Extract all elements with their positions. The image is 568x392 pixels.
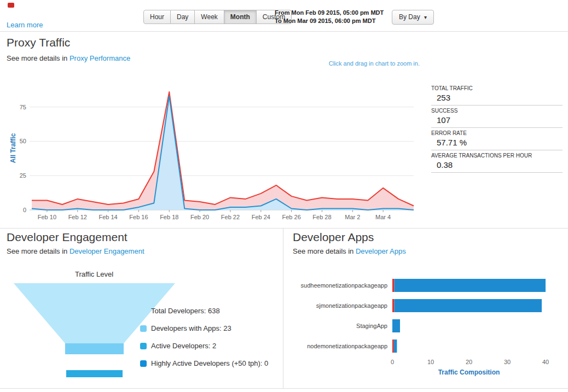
legend-item[interactable]: Total Developers: 638 bbox=[140, 307, 268, 315]
date-range: From Mon Feb 09 2015, 05:00 pm MDT To Mo… bbox=[275, 9, 384, 25]
svg-text:All Traffic: All Traffic bbox=[9, 133, 17, 163]
svg-text:10: 10 bbox=[427, 359, 434, 365]
svg-text:Mar 4: Mar 4 bbox=[375, 214, 391, 220]
svg-text:nodemonetizationpackageapp: nodemonetizationpackageapp bbox=[307, 343, 387, 349]
apps-details-line: See more details in Developer Apps bbox=[293, 247, 406, 255]
engagement-details-prefix: See more details in bbox=[7, 247, 67, 255]
stat-value: 107 bbox=[431, 115, 563, 125]
svg-text:Feb 16: Feb 16 bbox=[129, 214, 148, 220]
stat-label: SUCCESS bbox=[431, 108, 563, 114]
stat-row-error-rate: ERROR RATE 57.71 % bbox=[431, 128, 563, 150]
video-icon bbox=[8, 3, 14, 8]
svg-text:Mar 2: Mar 2 bbox=[345, 214, 360, 220]
developer-apps-chart[interactable]: sudheemonetizationpackageappsjmonetizati… bbox=[285, 273, 565, 378]
legend-chip bbox=[140, 360, 147, 367]
legend-label: Highly Active Developers (+50 tph): 0 bbox=[151, 359, 268, 367]
stat-label: AVERAGE TRANSACTIONS PER HOUR bbox=[431, 153, 563, 159]
legend-label: Developers with Apps: 23 bbox=[151, 324, 231, 332]
svg-text:sudheemonetizationpackageapp: sudheemonetizationpackageapp bbox=[301, 282, 387, 289]
date-range-from: From Mon Feb 09 2015, 05:00 pm MDT bbox=[275, 9, 384, 17]
stat-label: TOTAL TRAFFIC bbox=[431, 85, 563, 91]
svg-text:30: 30 bbox=[504, 359, 511, 365]
stat-label: ERROR RATE bbox=[431, 130, 563, 136]
svg-text:75: 75 bbox=[20, 104, 26, 110]
legend-chip bbox=[140, 343, 147, 349]
legend-label: Total Developers: 638 bbox=[151, 307, 220, 315]
svg-text:Feb 12: Feb 12 bbox=[68, 214, 87, 220]
legend-label: Active Developers: 2 bbox=[151, 342, 216, 350]
proxy-traffic-title: Proxy Traffic bbox=[7, 36, 70, 49]
stat-value: 57.71 % bbox=[431, 138, 563, 147]
group-by-dropdown[interactable]: By Day ▾ bbox=[392, 10, 434, 25]
svg-text:Feb 28: Feb 28 bbox=[312, 214, 331, 220]
proxy-stats-panel: TOTAL TRAFFIC 253 SUCCESS 107 ERROR RATE… bbox=[431, 83, 563, 173]
section-divider bbox=[0, 228, 568, 229]
svg-text:0: 0 bbox=[23, 207, 26, 213]
legend-item[interactable]: Highly Active Developers (+50 tph): 0 bbox=[140, 359, 268, 367]
time-range-button-group: Hour Day Week Month Custom bbox=[143, 10, 292, 24]
svg-text:sjmonetizationpackageapp: sjmonetizationpackageapp bbox=[316, 302, 387, 309]
date-range-to: To Mon Mar 09 2015, 06:00 pm MDT bbox=[275, 17, 384, 25]
svg-text:Feb 18: Feb 18 bbox=[160, 214, 178, 220]
stat-row-avg-tph: AVERAGE TRANSACTIONS PER HOUR 0.38 bbox=[431, 150, 563, 173]
column-divider bbox=[283, 228, 283, 388]
legend-item[interactable]: Active Developers: 2 bbox=[140, 342, 268, 350]
caret-down-icon: ▾ bbox=[424, 14, 427, 20]
range-button-month[interactable]: Month bbox=[224, 10, 257, 24]
svg-text:Feb 26: Feb 26 bbox=[282, 214, 301, 220]
svg-text:Feb 14: Feb 14 bbox=[98, 214, 117, 220]
proxy-details-line: See more details in Proxy Performance bbox=[7, 54, 130, 62]
svg-text:Feb 24: Feb 24 bbox=[252, 214, 270, 220]
proxy-performance-link[interactable]: Proxy Performance bbox=[69, 54, 130, 62]
svg-text:Feb 10: Feb 10 bbox=[38, 214, 56, 220]
svg-text:Feb 22: Feb 22 bbox=[221, 214, 240, 220]
legend-chip bbox=[140, 308, 147, 314]
funnel-legend: Total Developers: 638Developers with App… bbox=[140, 307, 268, 367]
svg-text:20: 20 bbox=[466, 359, 472, 365]
svg-text:Feb 20: Feb 20 bbox=[190, 214, 209, 220]
zoom-hint: Click and drag in chart to zoom in. bbox=[304, 60, 420, 67]
svg-text:25: 25 bbox=[20, 172, 26, 179]
proxy-traffic-chart[interactable]: 0255075Feb 10Feb 12Feb 14Feb 16Feb 18Feb… bbox=[8, 78, 424, 223]
svg-text:0: 0 bbox=[391, 359, 394, 365]
developer-engagement-title: Developer Engagement bbox=[7, 231, 127, 244]
legend-chip bbox=[140, 325, 147, 332]
developer-apps-title: Developer Apps bbox=[293, 231, 374, 244]
legend-item[interactable]: Developers with Apps: 23 bbox=[140, 324, 268, 332]
svg-text:StagingApp: StagingApp bbox=[356, 323, 387, 329]
developer-apps-link[interactable]: Developer Apps bbox=[356, 247, 406, 255]
stat-value: 253 bbox=[431, 93, 563, 102]
bottom-divider bbox=[0, 388, 568, 389]
range-button-week[interactable]: Week bbox=[195, 10, 224, 24]
topbar-divider bbox=[0, 31, 568, 32]
stat-value: 0.38 bbox=[431, 160, 563, 169]
svg-text:Traffic Composition: Traffic Composition bbox=[438, 368, 500, 376]
stat-row-success: SUCCESS 107 bbox=[431, 106, 563, 128]
svg-text:50: 50 bbox=[20, 138, 26, 144]
developer-engagement-link[interactable]: Developer Engagement bbox=[69, 247, 144, 255]
learn-more-link[interactable]: Learn more bbox=[7, 21, 43, 29]
group-by-label: By Day bbox=[399, 13, 420, 21]
range-button-hour[interactable]: Hour bbox=[143, 10, 171, 24]
range-button-day[interactable]: Day bbox=[171, 10, 195, 24]
apps-details-prefix: See more details in bbox=[293, 247, 353, 255]
svg-text:40: 40 bbox=[542, 359, 549, 365]
funnel-title: Traffic Level bbox=[12, 270, 176, 278]
engagement-details-line: See more details in Developer Engagement bbox=[7, 247, 144, 255]
stat-row-total-traffic: TOTAL TRAFFIC 253 bbox=[431, 83, 563, 106]
proxy-details-prefix: See more details in bbox=[7, 54, 67, 62]
